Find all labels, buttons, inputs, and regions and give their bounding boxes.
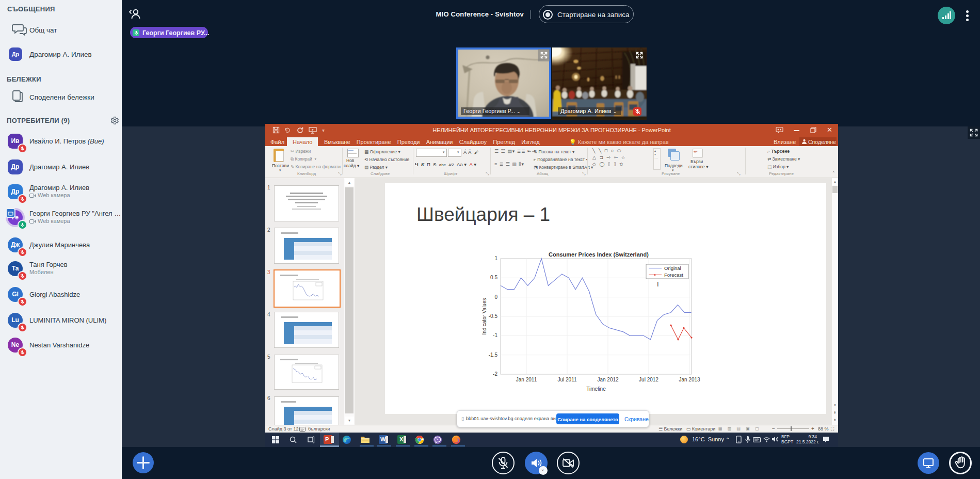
svg-text:Indicator Values: Indicator Values: [481, 298, 487, 335]
svg-text:-1.5: -1.5: [489, 352, 498, 358]
svg-text:Jan 2012: Jan 2012: [597, 377, 619, 382]
svg-text:Consumer Prices Index (Switzer: Consumer Prices Index (Switzerland): [549, 251, 649, 258]
svg-text:Timeline: Timeline: [586, 386, 606, 392]
svg-text:Forecast: Forecast: [664, 272, 683, 278]
svg-text:-2: -2: [493, 371, 497, 377]
svg-text:-0.5: -0.5: [489, 313, 498, 319]
svg-text:I: I: [657, 280, 659, 288]
svg-text:0: 0: [494, 294, 497, 300]
svg-text:Jul 2012: Jul 2012: [639, 377, 658, 382]
svg-text:0.5: 0.5: [490, 275, 497, 280]
svg-text:Jul 2011: Jul 2011: [557, 377, 577, 382]
svg-text:Jan 2011: Jan 2011: [516, 377, 537, 382]
svg-text:Original: Original: [664, 265, 681, 271]
svg-text:Jan 2013: Jan 2013: [679, 377, 700, 382]
svg-text:1: 1: [494, 256, 497, 261]
svg-text:-1: -1: [493, 332, 497, 338]
